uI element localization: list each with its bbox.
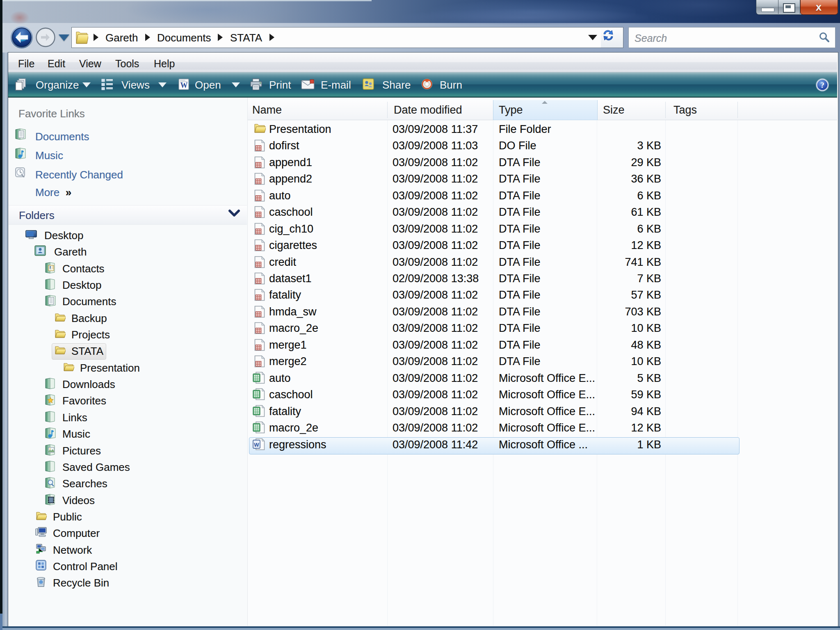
svg-text:W: W <box>254 442 259 448</box>
svg-text:W: W <box>180 81 188 89</box>
svg-text:?: ? <box>820 81 824 89</box>
